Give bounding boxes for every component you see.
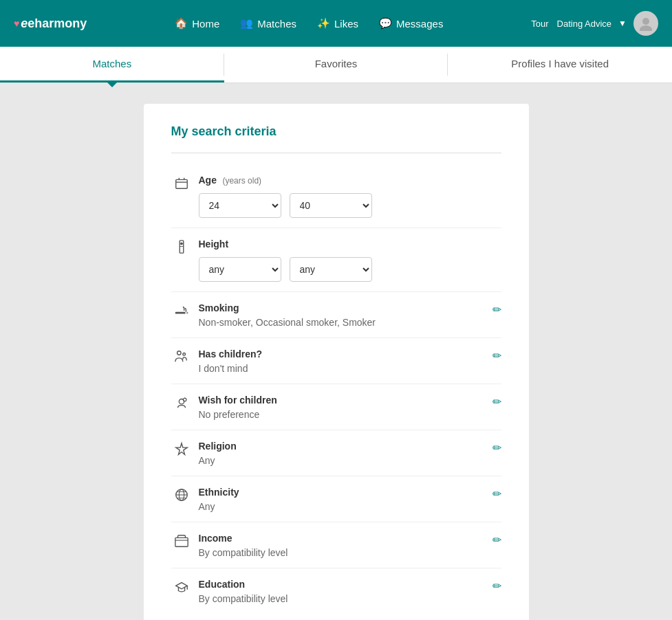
likes-icon: ✨: [317, 17, 330, 30]
svg-point-11: [177, 351, 181, 355]
smoking-content: Smoking Non-smoker, Occasional smoker, S…: [199, 302, 486, 328]
nav-messages-label: Messages: [396, 18, 443, 30]
nav-home[interactable]: 🏠 Home: [175, 17, 219, 30]
criteria-has-children: Has children? I don't mind ✏: [171, 338, 501, 384]
tab-matches[interactable]: Matches: [0, 47, 224, 82]
account-dropdown-arrow[interactable]: ▼: [618, 19, 627, 28]
education-label: Education: [199, 579, 246, 590]
ethnicity-label: Ethnicity: [199, 487, 239, 498]
age-label-sub: (years old): [222, 176, 261, 186]
ethnicity-edit-icon[interactable]: ✏: [492, 487, 501, 500]
age-content: Age (years old) 24 25 30 35 40 40 45 50 …: [199, 174, 501, 218]
height-content: Height any 5'0" 5'4" 5'6" any 5'6" 5'8" …: [199, 238, 501, 282]
education-edit-icon[interactable]: ✏: [492, 579, 501, 593]
dating-advice-link[interactable]: Dating Advice: [557, 19, 612, 29]
religion-content: Religion Any: [199, 440, 486, 466]
height-icon: [171, 239, 192, 258]
ethnicity-value: Any: [199, 501, 486, 512]
height-label: Height: [199, 239, 229, 250]
height-select-row: any 5'0" 5'4" 5'6" any 5'6" 5'8" 6'0": [199, 257, 501, 282]
has-children-value: I don't mind: [199, 363, 486, 374]
tab-profiles-visited[interactable]: Profiles I have visited: [448, 47, 672, 82]
age-min-select[interactable]: 24 25 30 35 40: [199, 193, 281, 218]
logo-name: eharmony: [28, 16, 87, 31]
logo-heart-icon: ♥: [14, 18, 19, 29]
education-content: Education By compatibility level: [199, 578, 486, 604]
criteria-education: Education By compatibility level ✏: [171, 568, 501, 614]
logo: ♥ e eharmony: [14, 16, 87, 31]
top-divider: [171, 153, 501, 153]
smoking-icon: [171, 303, 192, 322]
user-icon: [638, 16, 653, 31]
age-max-select[interactable]: 40 45 50 55 60: [290, 193, 372, 218]
criteria-religion: Religion Any ✏: [171, 430, 501, 476]
subnav-divider-left: [224, 54, 224, 76]
criteria-income: Income By compatibility level ✏: [171, 522, 501, 568]
subnav-divider-right: [447, 54, 448, 76]
panel-title: My search criteria: [171, 124, 501, 139]
wish-children-label: Wish for children: [199, 395, 277, 406]
smoking-edit-icon[interactable]: ✏: [492, 303, 501, 316]
svg-rect-9: [175, 312, 185, 314]
header-right: Tour Dating Advice ▼: [531, 11, 658, 36]
criteria-smoking: Smoking Non-smoker, Occasional smoker, S…: [171, 292, 501, 338]
has-children-icon: [171, 349, 192, 368]
education-icon: [171, 579, 192, 598]
nav-likes[interactable]: ✨ Likes: [317, 17, 358, 30]
svg-point-7: [180, 243, 183, 245]
income-content: Income By compatibility level: [199, 532, 486, 558]
criteria-height: Height any 5'0" 5'4" 5'6" any 5'6" 5'8" …: [171, 228, 501, 292]
svg-rect-8: [180, 246, 184, 247]
tour-link[interactable]: Tour: [531, 19, 548, 29]
wish-children-edit-icon[interactable]: ✏: [492, 395, 501, 408]
wish-children-content: Wish for children No preference: [199, 394, 486, 420]
avatar[interactable]: [633, 11, 658, 36]
messages-icon: 💬: [379, 17, 392, 30]
income-icon: [171, 533, 192, 552]
religion-label: Religion: [199, 441, 237, 452]
nav-matches-label: Matches: [257, 18, 296, 30]
nav-likes-label: Likes: [334, 18, 358, 30]
search-panel: My search criteria Age (years old) 24 25…: [144, 104, 529, 620]
religion-value: Any: [199, 455, 486, 466]
svg-point-1: [640, 25, 652, 31]
ethnicity-content: Ethnicity Any: [199, 486, 486, 512]
top-links: Tour Dating Advice: [531, 19, 611, 29]
main-content: My search criteria Age (years old) 24 25…: [0, 83, 672, 620]
svg-rect-10: [186, 312, 188, 314]
svg-point-12: [182, 353, 185, 356]
home-icon: 🏠: [175, 17, 188, 30]
smoking-label: Smoking: [199, 302, 239, 313]
income-value: By compatibility level: [199, 547, 486, 558]
ethnicity-icon: [171, 487, 192, 506]
religion-edit-icon[interactable]: ✏: [492, 441, 501, 454]
height-max-select[interactable]: any 5'6" 5'8" 6'0": [290, 257, 372, 282]
subnav: Matches Favorites Profiles I have visite…: [0, 47, 672, 83]
income-label: Income: [199, 533, 232, 544]
age-icon: [171, 175, 192, 194]
wish-children-icon: [171, 395, 192, 414]
has-children-label: Has children?: [199, 348, 263, 359]
svg-point-0: [642, 18, 649, 25]
has-children-edit-icon[interactable]: ✏: [492, 349, 501, 362]
income-edit-icon[interactable]: ✏: [492, 533, 501, 546]
logo-text: e: [21, 16, 28, 31]
smoking-value: Non-smoker, Occasional smoker, Smoker: [199, 317, 486, 328]
criteria-age: Age (years old) 24 25 30 35 40 40 45 50 …: [171, 164, 501, 228]
tab-favorites[interactable]: Favorites: [224, 47, 448, 82]
nav-home-label: Home: [192, 18, 219, 30]
nav-matches[interactable]: 👥 Matches: [240, 17, 296, 30]
age-select-row: 24 25 30 35 40 40 45 50 55 60: [199, 193, 501, 218]
religion-icon: [171, 441, 192, 460]
age-label: Age: [199, 175, 217, 186]
criteria-ethnicity: Ethnicity Any ✏: [171, 476, 501, 522]
svg-rect-22: [175, 538, 187, 546]
main-nav: 🏠 Home 👥 Matches ✨ Likes 💬 Messages: [175, 17, 443, 30]
has-children-content: Has children? I don't mind: [199, 348, 486, 374]
header: ♥ e eharmony 🏠 Home 👥 Matches ✨ Likes 💬 …: [0, 0, 672, 47]
matches-icon: 👥: [240, 17, 253, 30]
nav-messages[interactable]: 💬 Messages: [379, 17, 443, 30]
criteria-wish-children: Wish for children No preference ✏: [171, 384, 501, 430]
education-value: By compatibility level: [199, 593, 486, 604]
height-min-select[interactable]: any 5'0" 5'4" 5'6": [199, 257, 281, 282]
